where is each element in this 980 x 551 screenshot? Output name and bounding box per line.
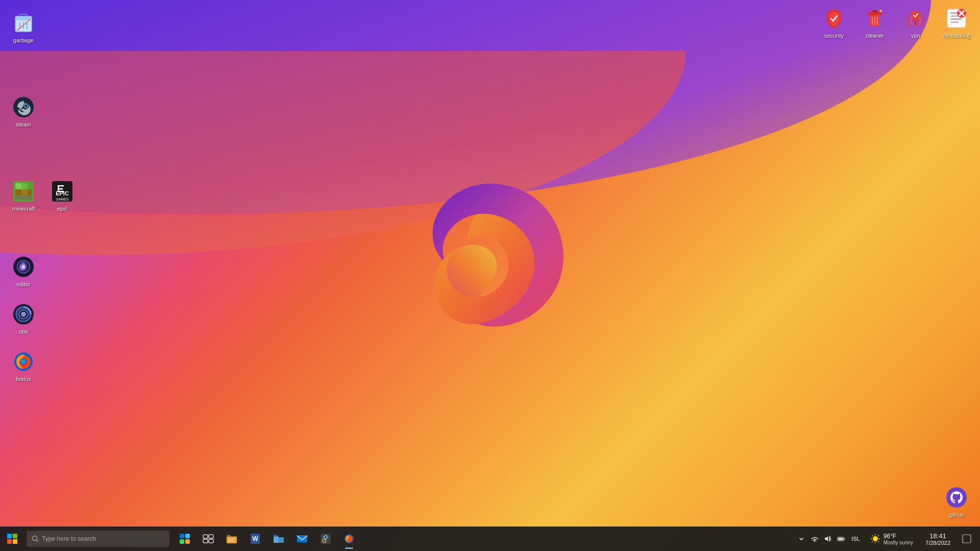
epic-label: epic: [57, 206, 67, 212]
svg-rect-63: [203, 539, 208, 543]
desktop-icon-steam[interactable]: steam: [5, 92, 42, 131]
svg-rect-14: [28, 189, 32, 195]
svg-point-41: [914, 22, 917, 26]
svg-rect-72: [297, 535, 307, 542]
weather-temperature: 96°F: [884, 533, 913, 540]
desktop-icon-epic[interactable]: EPIC GAMES epic: [44, 176, 81, 215]
taskbar-firefox-button[interactable]: [338, 528, 360, 550]
taskbar-file-explorer-button[interactable]: [220, 528, 243, 550]
epic-games-icon: EPIC GAMES: [50, 179, 75, 204]
svg-rect-94: [963, 535, 971, 543]
weather-info: 96°F Mostly sunny: [884, 533, 913, 545]
svg-rect-15: [15, 195, 32, 199]
github-label: github: [949, 512, 964, 518]
github-icon: [944, 485, 969, 510]
svg-rect-61: [203, 535, 208, 538]
svg-rect-10: [21, 183, 28, 189]
taskbar-right: ISL 96°F Mostly sunny: [796, 528, 980, 550]
svg-rect-11: [28, 183, 32, 189]
steam-label: steam: [16, 121, 31, 128]
taskbar-taskview-button[interactable]: [197, 528, 219, 550]
desktop-icon-cleaner[interactable]: cleaner: [856, 4, 893, 41]
weather-icon: [870, 534, 880, 544]
taskbar-control-button[interactable]: [314, 528, 337, 550]
svg-rect-52: [13, 534, 17, 538]
svg-rect-13: [21, 189, 28, 195]
svg-rect-57: [180, 534, 184, 538]
taskbar: Type here to search: [0, 527, 980, 551]
svg-rect-58: [185, 534, 190, 538]
svg-rect-60: [185, 539, 190, 544]
garbage-icon: [11, 11, 36, 35]
systray-network-icon[interactable]: [808, 533, 821, 545]
svg-text:W: W: [252, 535, 258, 542]
svg-rect-46: [950, 21, 959, 23]
start-button[interactable]: [0, 527, 24, 551]
svg-rect-54: [13, 539, 17, 544]
systray-volume-icon[interactable]: [822, 533, 834, 545]
language-label: ISL: [851, 536, 860, 542]
svg-rect-23: [58, 188, 63, 190]
no-tracking-label: no tracking: [943, 33, 970, 39]
svg-rect-59: [180, 539, 184, 544]
firefox-label: firefox: [16, 376, 31, 383]
clock-block[interactable]: 18:41 7/28/2022: [920, 528, 955, 550]
svg-rect-12: [15, 189, 21, 195]
systray-battery-icon[interactable]: [835, 533, 847, 545]
svg-point-85: [873, 536, 878, 541]
svg-point-55: [33, 536, 37, 541]
taskbar-pinned-apps: W: [174, 528, 360, 550]
editor-label: editor: [16, 281, 31, 288]
cleaner-icon: [863, 6, 887, 31]
minecraft-label: minecraft: [12, 206, 35, 212]
svg-rect-51: [7, 534, 12, 538]
svg-line-92: [878, 535, 879, 536]
taskbar-files-button[interactable]: [267, 528, 290, 550]
taskbar-mail-button[interactable]: [291, 528, 313, 550]
svg-rect-83: [844, 539, 845, 540]
weather-condition: Mostly sunny: [884, 540, 913, 545]
systray-expand-button[interactable]: [796, 533, 806, 545]
weather-block[interactable]: 96°F Mostly sunny: [865, 528, 918, 550]
search-icon: [32, 535, 39, 542]
svg-point-31: [21, 312, 26, 317]
desktop-icon-security[interactable]: security: [816, 4, 852, 41]
svg-line-90: [872, 535, 873, 536]
svg-rect-84: [839, 538, 843, 540]
desktop-icon-editor[interactable]: editor: [5, 252, 42, 291]
svg-rect-66: [228, 538, 236, 539]
desktop-icon-firefox[interactable]: firefox: [5, 346, 42, 386]
desktop-icons-top-right: security cleaner: [811, 0, 980, 45]
svg-rect-70: [274, 536, 279, 543]
desktop-icon-minecraft[interactable]: minecraft: [5, 176, 42, 215]
svg-rect-17: [19, 185, 21, 187]
desktop-icons-bottom-right: github: [938, 482, 975, 525]
svg-point-35: [21, 359, 26, 364]
desktop-icon-obs[interactable]: obs: [5, 299, 42, 338]
obs-label: obs: [19, 329, 28, 335]
steam-icon: [11, 95, 36, 119]
taskbar-word-button[interactable]: W: [244, 528, 266, 550]
desktop: garbage steam: [0, 0, 980, 551]
security-label: security: [824, 33, 844, 39]
desktop-icon-garbage[interactable]: garbage: [5, 8, 42, 47]
taskbar-search[interactable]: Type here to search: [27, 531, 169, 547]
obs-icon: [11, 302, 36, 327]
garbage-label: garbage: [13, 37, 34, 44]
desktop-icon-github[interactable]: github: [938, 482, 975, 521]
vpn-label: vpn: [911, 33, 920, 39]
taskbar-widgets-button[interactable]: [174, 528, 196, 550]
svg-rect-16: [15, 183, 17, 185]
svg-rect-45: [950, 18, 962, 20]
notification-button[interactable]: [958, 528, 976, 550]
notification-icon: [962, 534, 971, 543]
minecraft-epic-row: minecraft EPIC GAMES epic: [5, 176, 81, 215]
svg-rect-67: [228, 540, 234, 541]
desktop-icons-left: garbage steam: [0, 0, 86, 395]
svg-rect-24: [58, 191, 64, 192]
systray-language[interactable]: ISL: [848, 528, 863, 550]
desktop-icon-no-tracking[interactable]: no tracking: [938, 4, 975, 41]
svg-point-50: [946, 487, 967, 508]
svg-rect-64: [209, 539, 213, 543]
desktop-icon-vpn[interactable]: vpn: [897, 4, 934, 41]
